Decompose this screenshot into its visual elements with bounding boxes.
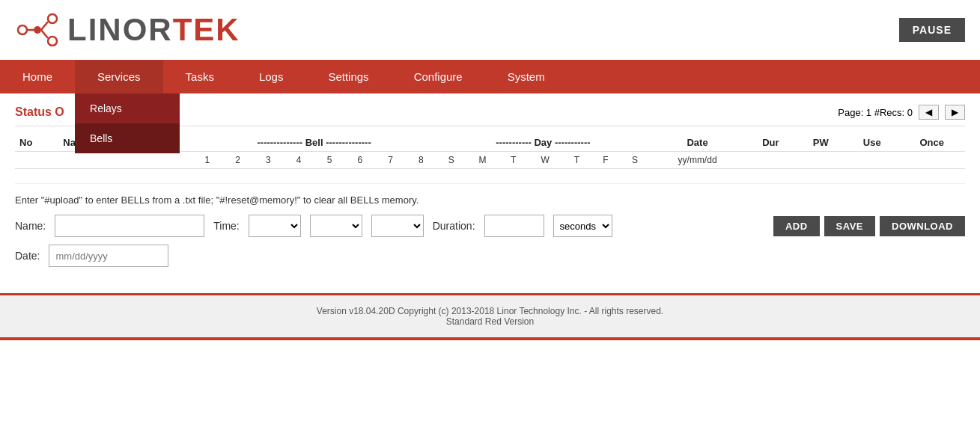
table-body xyxy=(15,169,965,184)
name-label: Name: xyxy=(15,220,46,232)
sub-date-fmt: yy/mm/dd xyxy=(650,152,745,169)
col-day-group: ----------- Day ----------- xyxy=(436,134,650,152)
pagination: Page: 1 #Recs: 0 ◀ ▶ xyxy=(838,105,965,120)
sub-day-w: W xyxy=(528,152,562,169)
sub-day-f: F xyxy=(591,152,620,169)
col-use: Use xyxy=(845,134,898,152)
svg-line-5 xyxy=(41,22,48,30)
footer-line2: Standard Red Version xyxy=(10,316,970,327)
sub-once xyxy=(898,152,965,169)
footer-line1: Version v18.04.20D Copyright (c) 2013-20… xyxy=(10,306,970,316)
sub-day-t2: T xyxy=(562,152,591,169)
logo-area: LINORTEK xyxy=(15,7,240,52)
sub-day-t1: T xyxy=(499,152,527,169)
nav-services-wrapper: Services Relays Bells xyxy=(75,60,163,93)
sub-bell-2: 2 xyxy=(222,152,253,169)
main-nav: Home Services Relays Bells Tasks Logs Se… xyxy=(0,60,980,93)
sub-bell-5: 5 xyxy=(314,152,345,169)
sub-use xyxy=(845,152,898,169)
add-button[interactable]: ADD xyxy=(773,216,820,236)
duration-label: Duration: xyxy=(433,220,475,232)
svg-point-2 xyxy=(48,37,57,46)
nav-item-settings[interactable]: Settings xyxy=(305,60,391,93)
svg-point-1 xyxy=(48,14,57,23)
sub-bell-3: 3 xyxy=(253,152,284,169)
table-subheader-row: 1 2 3 4 5 6 7 8 S M T W T F S yy/mm/dd xyxy=(15,152,965,169)
svg-line-6 xyxy=(41,30,48,38)
nav-item-tasks[interactable]: Tasks xyxy=(163,60,237,93)
col-no: No xyxy=(15,134,58,152)
logo-text: LINORTEK xyxy=(67,12,240,48)
time-sec-select[interactable]: 00051015 202530 xyxy=(371,215,424,237)
col-bell-group: -------------- Bell -------------- xyxy=(192,134,436,152)
nav-item-system[interactable]: System xyxy=(485,60,567,93)
form-row-1: Name: Time: 00010203 04050607 08091011 1… xyxy=(15,215,965,237)
nav-item-home[interactable]: Home xyxy=(0,60,75,93)
sub-pw xyxy=(797,152,846,169)
sub-day-s2: S xyxy=(620,152,650,169)
name-input[interactable] xyxy=(55,215,204,237)
form-row-2: Date: xyxy=(15,245,965,267)
logo-tek: TEK xyxy=(173,12,240,47)
sub-time xyxy=(130,152,192,169)
empty-row xyxy=(15,169,965,184)
download-button[interactable]: DOWNLOAD xyxy=(880,216,965,236)
svg-point-0 xyxy=(18,25,27,34)
sub-day-s1: S xyxy=(436,152,466,169)
sub-bell-8: 8 xyxy=(406,152,436,169)
footer: Version v18.04.20D Copyright (c) 2013-20… xyxy=(0,293,980,337)
sub-day-m: M xyxy=(466,152,499,169)
services-dropdown: Relays Bells xyxy=(75,93,180,153)
sub-bell-6: 6 xyxy=(344,152,375,169)
sub-bell-1: 1 xyxy=(192,152,222,169)
header: LINORTEK PAUSE xyxy=(0,0,980,60)
nav-item-services[interactable]: Services xyxy=(75,60,163,93)
date-label: Date: xyxy=(15,250,40,262)
col-pw: PW xyxy=(797,134,846,152)
prev-page-button[interactable]: ◀ xyxy=(919,105,939,120)
info-text: Enter "#upload" to enter BELLs from a .t… xyxy=(15,194,965,206)
sub-no xyxy=(15,152,58,169)
time-hour-select[interactable]: 00010203 04050607 08091011 12131415 1617… xyxy=(249,215,301,237)
dropdown-item-bells[interactable]: Bells xyxy=(75,123,180,153)
next-page-button[interactable]: ▶ xyxy=(945,105,965,120)
duration-input[interactable] xyxy=(484,215,544,237)
col-date: Date xyxy=(650,134,745,152)
duration-unit-select[interactable]: seconds minutes xyxy=(553,215,612,237)
sub-bell-4: 4 xyxy=(284,152,314,169)
col-dur: Dur xyxy=(745,134,796,152)
sub-dur xyxy=(745,152,796,169)
sub-name xyxy=(58,152,129,169)
svg-point-3 xyxy=(34,26,41,34)
date-input[interactable] xyxy=(49,245,168,267)
page-info: Page: 1 #Recs: 0 xyxy=(838,107,913,118)
red-bottom-border xyxy=(0,337,980,340)
time-label: Time: xyxy=(213,220,239,232)
action-buttons: ADD SAVE DOWNLOAD xyxy=(773,216,965,236)
nav-item-logs[interactable]: Logs xyxy=(237,60,306,93)
logo-lin: LINOR xyxy=(67,12,173,47)
status-title: Status O xyxy=(15,105,64,119)
dropdown-item-relays[interactable]: Relays xyxy=(75,93,180,123)
col-once: Once xyxy=(898,134,965,152)
form-area: Name: Time: 00010203 04050607 08091011 1… xyxy=(15,215,965,267)
logo-icon xyxy=(15,7,60,52)
save-button[interactable]: SAVE xyxy=(824,216,875,236)
time-min-select[interactable]: 00051015 20253035 40455055 xyxy=(310,215,362,237)
pause-button[interactable]: PAUSE xyxy=(899,18,965,42)
sub-bell-7: 7 xyxy=(375,152,406,169)
nav-item-configure[interactable]: Configure xyxy=(392,60,485,93)
